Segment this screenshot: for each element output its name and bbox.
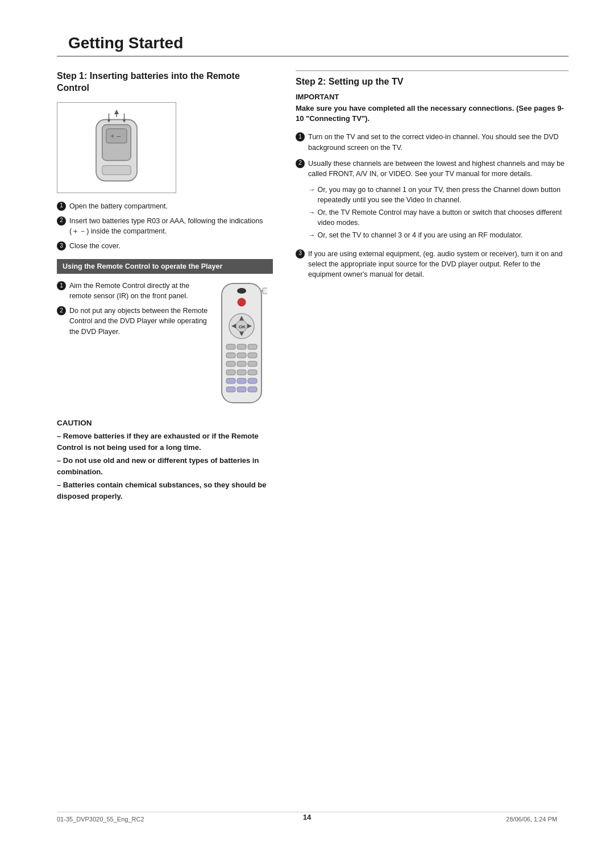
caution-item-1: – Remove batteries if they are exhausted… — [57, 431, 273, 453]
aim-num-2: 2 — [57, 306, 66, 315]
caution-item-3: – Batteries contain chemical substances,… — [57, 479, 273, 502]
svg-rect-37 — [248, 387, 257, 392]
important-text: Make sure you have completed all the nec… — [296, 103, 569, 124]
svg-rect-26 — [226, 361, 235, 366]
svg-text:+  –: + – — [110, 132, 121, 140]
svg-rect-29 — [226, 370, 235, 375]
step2-text-3: If you are using external equipment, (eg… — [308, 249, 569, 279]
svg-rect-24 — [237, 353, 246, 358]
aim-step-1: 1 Aim the Remote Control directly at the… — [57, 281, 209, 301]
svg-rect-39 — [263, 288, 267, 294]
page-number: 14 — [303, 813, 311, 821]
step2-subarrows: Or, you may go to channel 1 on your TV, … — [308, 185, 569, 243]
left-column: Step 1: Inserting batteries into the Rem… — [57, 70, 273, 504]
sub-arrow-2: Or, the TV Remote Control may have a but… — [308, 207, 569, 228]
battery-step-2-text: Insert two batteries type R03 or AAA, fo… — [69, 216, 273, 236]
aim-step-2: 2 Do not put any objects between the Rem… — [57, 306, 209, 336]
aim-step-2-text: Do not put any objects between the Remot… — [69, 306, 209, 336]
svg-rect-25 — [248, 353, 257, 358]
svg-text:OK: OK — [239, 324, 246, 329]
svg-rect-9 — [102, 165, 131, 174]
svg-rect-20 — [226, 344, 235, 349]
important-label: IMPORTANT — [296, 93, 569, 101]
svg-point-12 — [238, 298, 246, 306]
step2-text-2: Usually these channels are between the l… — [308, 158, 569, 179]
svg-rect-35 — [226, 387, 235, 392]
caution-text: – Remove batteries if they are exhausted… — [57, 431, 273, 502]
step2-num-2: 2 — [296, 159, 305, 168]
footer-right: 28/06/06, 1:24 PM — [506, 816, 557, 823]
svg-rect-23 — [226, 353, 235, 358]
step2-list: 1 Turn on the TV and set to the correct … — [296, 132, 569, 279]
battery-step-1-text: Open the battery compartment. — [69, 201, 168, 211]
step2-num-3: 3 — [296, 249, 305, 258]
two-column-layout: Step 1: Inserting batteries into the Rem… — [57, 70, 569, 504]
step-num-2: 2 — [57, 216, 66, 226]
remote-full-svg: OK — [216, 281, 267, 406]
step2-item-1: 1 Turn on the TV and set to the correct … — [296, 132, 569, 152]
important-text-content: Make sure you have completed all the nec… — [296, 104, 564, 123]
page-title: Getting Started — [57, 34, 569, 57]
highlight-box: Using the Remote Control to operate the … — [57, 259, 273, 274]
step2-text-1: Turn on the TV and set to the correct vi… — [308, 132, 569, 152]
svg-rect-27 — [237, 361, 246, 366]
step-num-1: 1 — [57, 202, 66, 211]
remote-full-image: OK — [216, 281, 273, 407]
sub-arrow-3: Or, set the TV to channel 3 or 4 if you … — [308, 230, 569, 240]
footer-left: 01-35_DVP3020_55_Eng_RC2 — [57, 816, 144, 823]
step2-item-3: 3 If you are using external equipment, (… — [296, 249, 569, 279]
page-content: Getting Started Step 1: Inserting batter… — [0, 0, 614, 868]
right-column: Step 2: Setting up the TV IMPORTANT Make… — [296, 70, 569, 504]
aim-num-1: 1 — [57, 281, 66, 290]
svg-rect-30 — [237, 370, 246, 375]
battery-step-2: 2 Insert two batteries type R03 or AAA, … — [57, 216, 273, 236]
right-col-divider — [296, 70, 569, 71]
step-num-3: 3 — [57, 241, 66, 251]
aim-step-1-text: Aim the Remote Control directly at the r… — [69, 281, 209, 301]
aim-steps-list: 1 Aim the Remote Control directly at the… — [57, 281, 209, 337]
remote-top-svg: + – — [65, 108, 168, 187]
sub-arrow-1: Or, you may go to channel 1 on your TV, … — [308, 185, 569, 205]
caution-item-2: – Do not use old and new or different ty… — [57, 455, 273, 477]
caution-section: CAUTION – Remove batteries if they are e… — [57, 419, 273, 502]
battery-steps-list: 1 Open the battery compartment. 2 Insert… — [57, 201, 273, 252]
svg-rect-22 — [248, 344, 257, 349]
step1-heading: Step 1: Inserting batteries into the Rem… — [57, 70, 273, 94]
aim-text: 1 Aim the Remote Control directly at the… — [57, 281, 209, 407]
remote-top-image: + – — [57, 102, 176, 193]
svg-rect-36 — [237, 387, 246, 392]
svg-point-11 — [237, 288, 246, 294]
battery-step-3-text: Close the cover. — [69, 241, 121, 251]
svg-rect-31 — [248, 370, 257, 375]
svg-rect-21 — [237, 344, 246, 349]
battery-step-1: 1 Open the battery compartment. — [57, 201, 273, 211]
svg-rect-33 — [237, 378, 246, 383]
caution-label: CAUTION — [57, 419, 273, 427]
svg-rect-28 — [248, 361, 257, 366]
step2-item-2: 2 Usually these channels are between the… — [296, 158, 569, 243]
svg-rect-32 — [226, 378, 235, 383]
svg-rect-34 — [248, 378, 257, 383]
step2-num-1: 1 — [296, 132, 305, 141]
battery-step-3: 3 Close the cover. — [57, 241, 273, 251]
aim-section: 1 Aim the Remote Control directly at the… — [57, 281, 273, 407]
step2-heading: Step 2: Setting up the TV — [296, 77, 569, 87]
